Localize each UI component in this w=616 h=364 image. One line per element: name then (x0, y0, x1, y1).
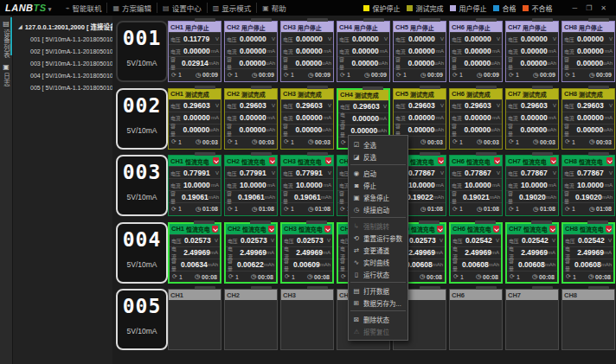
channel-card[interactable]: CH8恒流充电电压0.77867V电流10.0000mA容量0.19020mAh… (561, 155, 615, 216)
legend-label: 用户停止 (459, 3, 486, 13)
channel-card[interactable]: CH6 (449, 289, 503, 350)
loop-count: 1 (235, 274, 239, 280)
menu-item-设置中心[interactable]: ▤设置中心 (157, 3, 207, 13)
tree-device-item[interactable]: 003 [ 5V/10mA-1.1-20180501003 ] (13, 57, 112, 69)
time-value: 00:09 (427, 72, 443, 78)
context-menu-item-反选[interactable]: ◪反选 (349, 150, 407, 163)
voltage-label: 电压 (170, 35, 181, 42)
voltage-row: 电压0.29603V (562, 99, 614, 112)
channel-card[interactable]: CH2恒流充电电压0.02573V电流2.49969mA容量0.00622mAh… (224, 222, 278, 284)
battery-terminal-tab (363, 18, 384, 22)
capacity-row: 容量0.19061mAh (281, 190, 333, 202)
channel-card[interactable]: CH1恒流充电电压0.02573V电流2.49969mA容量0.00634mAh… (168, 222, 221, 284)
context-menu-item-续接启动[interactable]: ◷续接启动 (349, 203, 407, 215)
maximize-button[interactable]: ❐ (581, 4, 596, 12)
capacity-unit: uAh (266, 61, 275, 66)
channel-card[interactable]: CH7恒流充电电压0.77867V电流10.0000mA容量0.19020mAh… (505, 155, 559, 216)
menu-item-方案编辑[interactable]: ▦方案编辑 (106, 3, 157, 13)
protection-shield-icon (268, 226, 274, 233)
capacity-label: 容量 (452, 189, 460, 205)
context-menu-item-重置运行参数[interactable]: ⟲重置运行参数 (349, 232, 407, 244)
elapsed-time: ◷00:08 (251, 273, 273, 280)
context-menu-item-运行状态[interactable]: ▯运行状态 (349, 268, 407, 280)
context-menu-item-数据另存为...[interactable]: ⊞数据另存为... (349, 297, 407, 309)
context-menu-item-停止[interactable]: ◙停止 (349, 179, 407, 191)
context-menu-item-删除状态[interactable]: ⊠删除状态 (349, 313, 407, 325)
battery-terminal-tab (420, 86, 440, 89)
channel-card[interactable]: CH7用户停止电压0.00000V电流0.00000mA容量0.00000uAh… (505, 21, 559, 82)
time-value: 00:03 (484, 139, 499, 145)
channel-card[interactable]: CH3恒流充电电压0.77991V电流10.0000mA容量0.19061mAh… (280, 155, 334, 216)
tree-root-node[interactable]: ◢ 127.0.0.1:2001,2000 [ 连接设备5 台 ] (13, 16, 112, 33)
channel-card[interactable]: CH2 (224, 289, 278, 350)
capacity-value: 0.00000 (577, 59, 604, 67)
channel-card[interactable]: CH6用户停止电压0.00000V电流0.00000mA容量0.00000uAh… (449, 21, 503, 82)
device-panel[interactable]: 0015V/10mA (116, 21, 168, 82)
channel-card[interactable]: CH3恒流充电电压0.02573V电流2.49969mA容量0.00609mAh… (280, 222, 334, 284)
device-panel[interactable]: 0045V/10mA (116, 222, 168, 284)
channel-card[interactable]: CH2用户停止电压0.00000V电流0.00000mA容量0.00000uAh… (224, 21, 278, 82)
channel-card[interactable]: CH7恒流充电电压0.02542V电流2.49969mA容量0.00608mAh… (505, 222, 559, 284)
channel-card[interactable]: CH1用户停止电压0.11779V电流0.00000mA容量0.02914mAh… (168, 21, 221, 82)
tree-device-item[interactable]: 001 [ 5V/10mA-1.1-20180501001 ] (13, 33, 112, 45)
channel-card[interactable]: CH8用户停止电压0.00000V电流0.00000mA容量0.00000uAh… (561, 21, 615, 82)
device-panel[interactable]: 0035V/10mA (116, 155, 168, 216)
tree-device-item[interactable]: 002 [ 5V/10mA-1.1-20180501002 ] (13, 45, 112, 57)
channel-card-header: CH8恒流充电 (563, 224, 613, 234)
channel-card[interactable]: CH2恒流充电电压0.77991V电流10.0000mA容量0.19061mAh… (224, 155, 278, 216)
context-menu-item-变更通道[interactable]: ⇄变更通道 (349, 244, 407, 256)
channel-card[interactable]: CH8恒流充电电压0.02542V电流2.49969mA容量0.00608mAh… (561, 222, 615, 284)
minimize-button[interactable]: ─ (568, 4, 581, 12)
context-menu-item-实时曲线[interactable]: ∿实时曲线 (349, 256, 407, 268)
context-menu-item-label: 续接启动 (363, 205, 389, 214)
channel-card[interactable]: CH7 (505, 289, 559, 350)
app-logo[interactable]: LANBTS▾ (5, 3, 52, 13)
loop-count: 1 (572, 72, 575, 78)
loop-icon: ⟳ (452, 206, 458, 213)
voltage-unit: V (497, 170, 500, 176)
channel-card[interactable]: CH7测试完成电压0.29603V电流0.00000mA容量0.00000uAh… (505, 88, 559, 150)
channel-card[interactable]: CH4用户停止电压0.00000V电流0.00000mA容量0.00000uAh… (337, 21, 390, 82)
device-range: 5V/10mA (118, 327, 166, 335)
channel-card[interactable]: CH8 (561, 289, 615, 350)
close-button[interactable]: ✕ (596, 4, 611, 12)
menu-item-显示模式[interactable]: ▥显示模式 (207, 3, 257, 13)
channel-card[interactable]: CH3测试完成电压0.29603V电流0.00000mA容量0.00000uAh… (280, 88, 334, 150)
channel-card[interactable]: CH8测试完成电压0.29603V电流0.00000mA容量0.00000uAh… (561, 88, 615, 150)
current-unit: mA (266, 250, 274, 255)
tree-device-item[interactable]: 005 [ 5V/10mA-1.1-20180501005 ] (13, 81, 112, 93)
capacity-unit: mAh (208, 262, 218, 267)
capacity-label: 容量 (284, 257, 291, 272)
voltage-unit: V (215, 238, 218, 243)
channel-card[interactable]: CH3用户停止电压0.00000V电流0.00000mA容量0.00000uAh… (280, 21, 334, 82)
clock-icon: ◷ (252, 72, 257, 79)
vertical-tab-日志[interactable]: ▣日志 (0, 59, 12, 87)
channel-card[interactable]: CH3 (280, 289, 334, 350)
tree-expand-icon[interactable]: ◢ (18, 23, 22, 29)
current-unit: mA (549, 48, 556, 54)
battery-terminal-tab (532, 18, 553, 22)
device-panel[interactable]: 0055V/10mA (116, 289, 168, 350)
menu-item-智能联机[interactable]: ⌁智能联机 (61, 3, 107, 13)
channel-card[interactable]: CH5用户停止电压0.00000V电流0.00000mA容量0.00000uAh… (393, 21, 446, 82)
menu-item-帮助[interactable]: ▣帮助 (256, 3, 292, 13)
channel-card[interactable]: CH1测试完成电压0.29603V电流0.00000mA容量0.00000uAh… (168, 88, 221, 150)
channel-card[interactable]: CH2测试完成电压0.29603V电流0.00000mA容量0.00000uAh… (224, 88, 278, 150)
context-menu-item-启动[interactable]: ◉启动 (349, 167, 407, 179)
context-menu-item-紧急停止[interactable]: ▣紧急停止 (349, 191, 407, 203)
voltage-unit: V (328, 103, 331, 108)
loop-count: 1 (292, 274, 295, 280)
context-menu-item-打开数据[interactable]: ▤打开数据 (349, 284, 407, 297)
context-menu-item-全选[interactable]: ☑全选 (349, 138, 407, 150)
channel-card[interactable]: CH6恒流充电电压0.77867V电流10.0000mA容量0.19021mAh… (449, 155, 503, 216)
channel-card[interactable]: CH6测试完成电压0.29603V电流0.00000mA容量0.00000uAh… (449, 88, 503, 150)
title-bar: LANBTS▾ ⌁智能联机▦方案编辑▤设置中心▥显示模式▣帮助 保护停止测试完成… (0, 0, 616, 16)
device-panel[interactable]: 0025V/10mA (116, 88, 168, 150)
channel-card[interactable]: CH6恒流充电电压0.02542V电流2.49969mA容量0.00608mAh… (449, 222, 503, 284)
current-row: 电流10.0000mA (506, 178, 558, 190)
voltage-row: 电压0.77991V (281, 166, 333, 178)
tree-device-item[interactable]: 004 [ 5V/10mA-1.1-20180501004 ] (13, 69, 112, 81)
chevron-down-icon[interactable]: ▾ (48, 6, 52, 12)
channel-card[interactable]: CH1 (168, 289, 221, 350)
channel-card[interactable]: CH1恒流充电电压0.77991V电流10.0000mA容量0.19061mAh… (168, 155, 221, 216)
